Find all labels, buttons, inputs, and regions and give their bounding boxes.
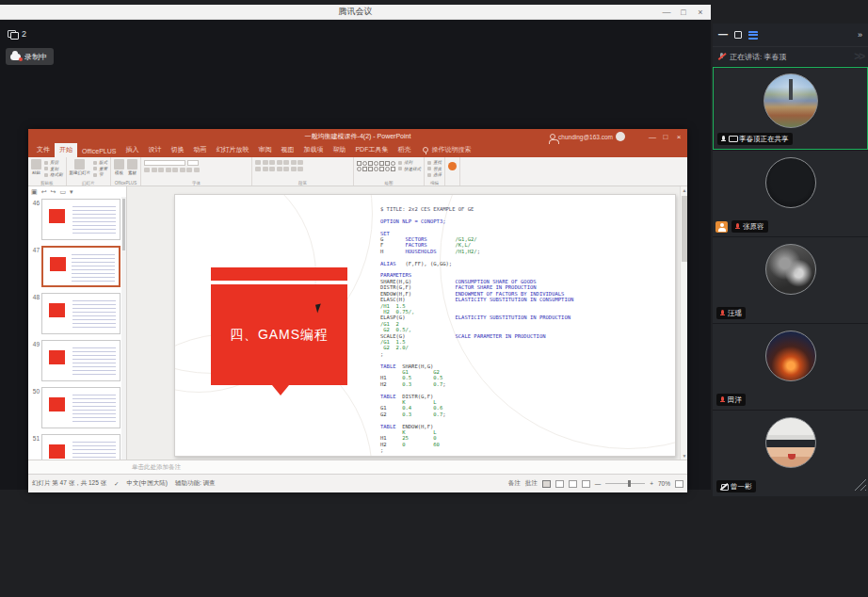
ppt-tab-PDF工具集[interactable]: PDF工具集: [350, 143, 393, 157]
slide-sorter-view-icon[interactable]: [555, 480, 564, 488]
ppt-tab-设计[interactable]: 设计: [143, 143, 166, 157]
ppt-tab-幻灯片放映[interactable]: 幻灯片放映: [211, 143, 253, 157]
scroll-down-icon[interactable]: ▼: [681, 453, 688, 459]
thumbnail-row: 47: [30, 246, 126, 293]
ppt-tab-切换[interactable]: 切换: [166, 143, 188, 157]
format-painter-button[interactable]: 格式刷: [44, 172, 63, 177]
font-size-box[interactable]: [187, 160, 199, 166]
font-style-buttons[interactable]: [144, 168, 200, 172]
slide-title-bar-shape[interactable]: [211, 267, 347, 281]
scroll-up-icon[interactable]: ▲: [681, 187, 688, 193]
align-buttons[interactable]: [255, 167, 303, 171]
notes-toggle[interactable]: 备注: [508, 479, 521, 488]
replace-button[interactable]: 替换: [427, 167, 442, 171]
participant-label: 张原容: [731, 220, 768, 233]
sidebar-collapse-icon[interactable]: »: [858, 30, 862, 40]
slide-thumbnail-47[interactable]: [41, 246, 121, 287]
minimize-button[interactable]: —: [658, 8, 675, 17]
zoom-in-icon[interactable]: +: [650, 480, 653, 487]
participant-name: 汪瑶: [728, 309, 742, 318]
gams-code[interactable]: $ TITLE: 2x2 CES EXAMPLE OF GE OPTION NL…: [380, 206, 623, 454]
canvas-scrollbar[interactable]: ▲ ▼: [680, 186, 687, 460]
bonfire-photo-avatar: [765, 331, 816, 381]
thumb-text-lines: [72, 395, 116, 423]
recording-badge[interactable]: 录制中: [6, 48, 54, 65]
slideshow-view-icon[interactable]: [582, 480, 590, 488]
slideshow-icon[interactable]: ▭: [59, 187, 66, 196]
ppt-tab-视图[interactable]: 视图: [276, 143, 298, 157]
assets-button[interactable]: 素材: [127, 159, 137, 178]
qat-dropdown-icon[interactable]: ▾: [70, 187, 73, 196]
redo-icon[interactable]: ↪: [51, 187, 56, 196]
sidebar-minimize-icon[interactable]: —: [718, 30, 728, 40]
ppt-tab-OfficePLUS[interactable]: OfficePLUS: [77, 146, 121, 157]
ppt-tab-动画[interactable]: 动画: [188, 143, 211, 157]
select-button[interactable]: 选择: [427, 172, 442, 177]
comments-toggle[interactable]: 批注: [525, 479, 538, 488]
paste-button[interactable]: 粘贴: [31, 159, 41, 178]
list-buttons[interactable]: [255, 160, 303, 165]
slide-thumbnail-50[interactable]: [41, 387, 121, 428]
template-button[interactable]: 模板: [114, 159, 124, 178]
sidebar-maximize-icon[interactable]: [734, 31, 742, 39]
participant-label: 汪瑶: [716, 307, 746, 319]
participant-tile-3[interactable]: 汪瑶: [713, 237, 868, 323]
reset-button[interactable]: 重置: [93, 167, 107, 171]
new-slide-button[interactable]: 新建幻灯片: [70, 159, 91, 178]
slide-thumbnail-46[interactable]: [41, 199, 121, 240]
meeting-titlebar[interactable]: 腾讯会议 — □ ×: [0, 5, 711, 20]
cut-button[interactable]: 剪切: [44, 160, 63, 165]
zoom-out-icon[interactable]: —: [595, 480, 602, 487]
maximize-button[interactable]: □: [675, 8, 692, 17]
ppt-minimize-button[interactable]: —: [646, 133, 659, 141]
addin-icon[interactable]: [448, 162, 457, 170]
ppt-restore-button[interactable]: □: [659, 133, 672, 141]
scroll-thumb[interactable]: [682, 196, 687, 262]
layout-list-icon[interactable]: [748, 31, 758, 40]
notes-pane[interactable]: 单击此处添加备注: [28, 460, 687, 474]
slide-thumbnail-48[interactable]: [41, 293, 121, 334]
zoom-slider[interactable]: [605, 483, 645, 484]
font-name-box[interactable]: [144, 160, 185, 166]
tell-me-search[interactable]: 操作说明搜索: [423, 145, 471, 157]
language-indicator[interactable]: 中文(中国大陆): [127, 479, 168, 488]
participant-name: 曾一彬: [731, 482, 752, 492]
participant-tile-5[interactable]: 曾一彬: [713, 411, 868, 496]
zoom-level[interactable]: 70%: [658, 480, 670, 487]
close-button[interactable]: ×: [692, 8, 709, 17]
ppt-close-button[interactable]: ×: [672, 133, 685, 141]
participant-tile-2[interactable]: 张原容: [713, 151, 868, 236]
quick-styles-button[interactable]: 快速样式: [398, 167, 421, 171]
ppt-account[interactable]: chunding@163.com: [550, 129, 625, 144]
thumbnail-scrollbar[interactable]: [121, 197, 126, 460]
ppt-tab-稻壳[interactable]: 稻壳: [393, 143, 415, 157]
spellcheck-icon[interactable]: ✓: [114, 480, 119, 488]
slide-thumbnail-49[interactable]: [41, 340, 121, 381]
ppt-tab-帮助[interactable]: 帮助: [328, 143, 350, 157]
slide-title-callout[interactable]: 四、GAMS编程: [211, 284, 347, 385]
shapes-gallery[interactable]: [357, 159, 395, 178]
reading-view-icon[interactable]: [569, 480, 577, 488]
undo-icon[interactable]: ↩: [41, 187, 47, 196]
shared-windows-indicator[interactable]: 2: [8, 29, 26, 39]
find-button[interactable]: 查找: [427, 160, 442, 165]
ppt-tab-插入[interactable]: 插入: [121, 143, 143, 157]
copy-button[interactable]: 复制: [44, 167, 63, 171]
section-button[interactable]: 节: [93, 172, 107, 177]
ppt-tab-开始[interactable]: 开始: [55, 143, 77, 157]
accessibility-indicator[interactable]: 辅助功能: 调查: [175, 479, 216, 488]
fit-to-window-icon[interactable]: [675, 480, 683, 488]
ppt-tab-审阅[interactable]: 审阅: [253, 143, 276, 157]
arrange-button[interactable]: 排列: [398, 160, 421, 165]
layout-button[interactable]: 版式: [93, 160, 107, 165]
ppt-tab-文件[interactable]: 文件: [32, 143, 55, 157]
save-icon[interactable]: ▣: [31, 187, 38, 196]
thumb-red-shape: [49, 303, 65, 317]
slide-thumbnail-51[interactable]: [41, 434, 121, 460]
ppt-titlebar[interactable]: 一般均衡建模课件-4(2) - PowerPoint chunding@163.…: [28, 129, 687, 144]
participant-tile-1[interactable]: 李春顶正在共享: [713, 67, 868, 150]
current-slide[interactable]: 四、GAMS编程 $ TITLE: 2x2 CES EXAMPLE OF GE …: [174, 194, 676, 457]
normal-view-icon[interactable]: [542, 480, 551, 488]
ppt-tab-加载项[interactable]: 加载项: [298, 143, 328, 157]
participant-tile-4[interactable]: 田洋: [713, 324, 868, 410]
